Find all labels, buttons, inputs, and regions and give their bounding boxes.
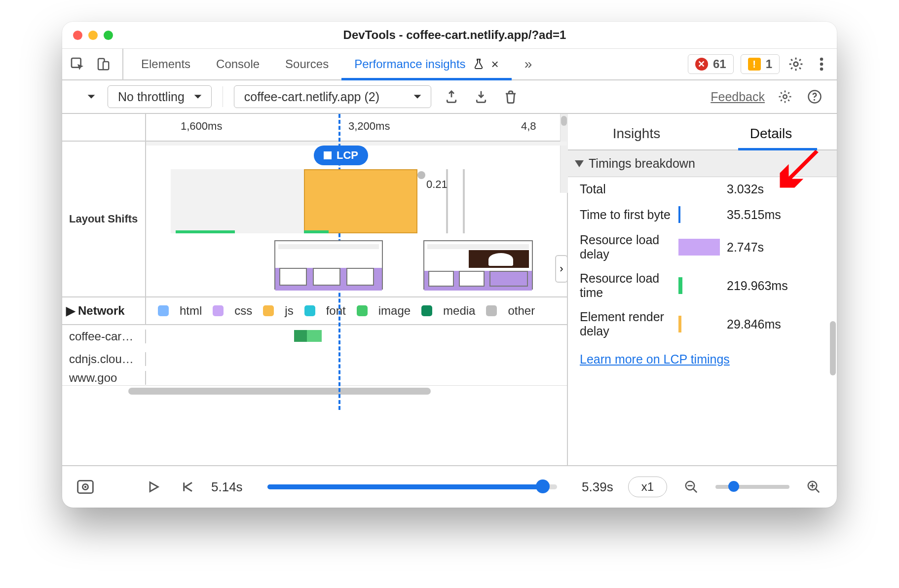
total-duration: 5.39s	[582, 479, 613, 495]
frame-thumbnail[interactable]	[423, 240, 533, 290]
layout-shifts-lane[interactable]: LCP 0.21	[146, 142, 567, 296]
playback-slider[interactable]	[267, 484, 557, 489]
ruler-tick: 1,600ms	[181, 120, 222, 133]
panel-tabs-bar: Elements Console Sources Performance ins…	[62, 49, 837, 80]
more-menu-icon[interactable]	[812, 55, 831, 74]
svg-rect-2	[103, 62, 109, 70]
legend-swatch-css	[213, 305, 224, 316]
zoom-slider[interactable]	[715, 485, 789, 489]
zoom-in-button[interactable]	[804, 478, 823, 496]
target-value: coffee-cart.netlify.app (2)	[244, 90, 379, 104]
tab-elements[interactable]: Elements	[128, 49, 203, 79]
insights-toolbar: No throttling coffee-cart.netlify.app (2…	[62, 80, 837, 114]
details-vertical-scrollbar[interactable]	[829, 208, 837, 465]
device-toolbar-icon[interactable]	[94, 55, 112, 74]
metric-bar	[678, 206, 680, 223]
network-rows: coffee-car… cdnjs.clou… www.goo	[62, 325, 567, 385]
caret-down-icon	[575, 160, 584, 167]
timeline-ruler[interactable]: 1,600ms 3,200ms 4,8	[62, 114, 567, 142]
lcp-marker[interactable]: LCP	[314, 146, 368, 165]
tab-console[interactable]: Console	[203, 49, 272, 79]
legend-swatch-other	[486, 305, 497, 316]
errors-count: 61	[713, 57, 726, 71]
side-tabs: Insights Details	[568, 114, 837, 150]
zoom-out-button[interactable]	[682, 478, 701, 496]
devtools-window: DevTools - coffee-cart.netlify.app/?ad=1…	[62, 22, 837, 508]
stop-icon	[324, 151, 332, 159]
legend-swatch-html	[158, 305, 169, 316]
throttling-value: No throttling	[118, 90, 185, 104]
timeline-horizontal-scrollbar[interactable]	[62, 385, 567, 396]
delete-icon[interactable]	[501, 87, 520, 106]
import-icon[interactable]	[472, 87, 490, 106]
network-row[interactable]: www.goo	[62, 370, 567, 385]
inspect-element-icon[interactable]	[68, 55, 87, 74]
network-row[interactable]: coffee-car…	[62, 325, 567, 348]
svg-point-12	[84, 486, 86, 488]
metric-bar	[678, 239, 720, 256]
errors-badge[interactable]: ✕ 61	[688, 54, 734, 74]
metric-bar	[678, 277, 682, 294]
panel-settings-icon[interactable]	[776, 87, 794, 106]
legend-swatch-image	[357, 305, 368, 316]
tab-sources[interactable]: Sources	[272, 49, 341, 79]
current-time: 5.14s	[211, 479, 243, 495]
help-icon[interactable]	[805, 87, 824, 106]
layout-shifts-label: Layout Shifts	[69, 213, 138, 225]
ruler-tick: 4,8	[521, 120, 536, 133]
timeline-pane: 1,600ms 3,200ms 4,8 Layout Shifts LC	[62, 114, 568, 465]
flask-icon	[473, 57, 485, 71]
network-section-toggle[interactable]: ▶ Network	[62, 297, 146, 324]
settings-gear-icon[interactable]	[787, 55, 805, 74]
network-row[interactable]: cdnjs.clou…	[62, 348, 567, 370]
metric-row-ttfb: Time to first byte 35.515ms	[568, 201, 837, 228]
warnings-count: 1	[766, 57, 772, 71]
layout-shift-region[interactable]	[304, 169, 417, 233]
details-pane: Insights Details Timings breakdown Total…	[568, 114, 837, 465]
minimize-window-button[interactable]	[88, 31, 98, 40]
collapse-sidebar-button[interactable]: ›	[555, 255, 568, 283]
close-tab-button[interactable]: ×	[491, 57, 499, 72]
svg-point-6	[820, 68, 824, 71]
tab-performance-insights[interactable]: Performance insights ×	[341, 49, 512, 79]
svg-point-3	[794, 62, 798, 67]
legend-swatch-js	[263, 305, 274, 316]
warning-icon: !	[748, 58, 761, 71]
playback-speed-button[interactable]: x1	[628, 477, 667, 497]
legend-swatch-media	[421, 305, 432, 316]
playback-bar: 5.14s 5.39s x1	[62, 465, 837, 508]
target-select[interactable]: coffee-cart.netlify.app (2)	[234, 85, 431, 108]
learn-more-link[interactable]: Learn more on LCP timings	[580, 352, 730, 366]
side-tab-insights[interactable]: Insights	[613, 126, 661, 149]
caret-right-icon: ▶	[66, 304, 75, 318]
cls-value: 0.21	[426, 178, 448, 191]
shift-bar	[304, 230, 329, 233]
play-button[interactable]	[144, 478, 163, 496]
legend-swatch-font	[304, 305, 315, 316]
toggle-preview-icon[interactable]	[76, 478, 95, 496]
window-title: DevTools - coffee-cart.netlify.app/?ad=1	[113, 28, 796, 42]
warnings-badge[interactable]: ! 1	[741, 54, 780, 74]
metric-row-load-delay: Resource load delay 2.747s	[568, 228, 837, 266]
window-controls	[73, 31, 113, 40]
network-legend: html css js font image media other	[146, 297, 567, 324]
zoom-window-button[interactable]	[104, 31, 113, 40]
go-to-start-button[interactable]	[178, 478, 196, 496]
record-menu-button[interactable]	[86, 91, 97, 102]
frame-thumbnail[interactable]	[274, 240, 383, 290]
tabs-overflow-button[interactable]: »	[512, 49, 545, 79]
metric-bar	[678, 316, 681, 332]
feedback-link[interactable]: Feedback	[711, 90, 765, 104]
error-icon: ✕	[695, 58, 708, 71]
metric-row-render-delay: Element render delay 29.846ms	[568, 305, 837, 343]
close-window-button[interactable]	[73, 31, 82, 40]
throttling-select[interactable]: No throttling	[108, 85, 212, 108]
svg-point-9	[814, 99, 815, 101]
shift-bar	[176, 230, 235, 233]
svg-point-7	[783, 95, 787, 99]
export-icon[interactable]	[442, 87, 461, 106]
annotation-arrow-icon	[778, 146, 822, 190]
metric-row-load-time: Resource load time 219.963ms	[568, 266, 837, 305]
cls-point[interactable]	[417, 171, 425, 179]
ruler-tick: 3,200ms	[348, 120, 390, 133]
